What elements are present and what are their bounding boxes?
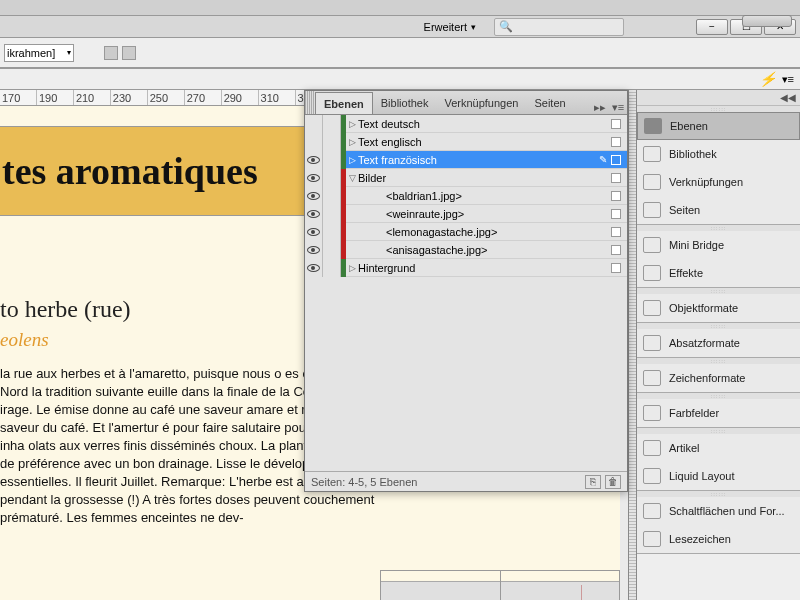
- dock-item-lesezeichen[interactable]: Lesezeichen: [637, 525, 800, 553]
- lightning-icon[interactable]: ⚡: [759, 71, 776, 87]
- select-square[interactable]: [611, 155, 621, 165]
- dock-item-bibliothek[interactable]: Bibliothek: [637, 140, 800, 168]
- visibility-toggle[interactable]: [305, 115, 323, 133]
- select-square[interactable]: [611, 227, 621, 237]
- lock-toggle[interactable]: [323, 133, 341, 151]
- layer-row[interactable]: ▽Bilder: [305, 169, 627, 187]
- panel-tab-verknüpfungen[interactable]: Verknüpfungen: [436, 92, 526, 114]
- select-square[interactable]: [611, 173, 621, 183]
- chevron-down-icon: ▾: [67, 48, 71, 57]
- workspace-switcher[interactable]: Erweitert ▾: [414, 19, 486, 35]
- restore-icon[interactable]: [742, 15, 792, 27]
- select-square[interactable]: [611, 191, 621, 201]
- expand-toggle[interactable]: ▷: [346, 263, 358, 273]
- lock-toggle[interactable]: [323, 187, 341, 205]
- panel-tab-ebenen[interactable]: Ebenen: [315, 92, 373, 114]
- dock-group: ::::::Objektformate: [637, 288, 800, 323]
- layer-row[interactable]: <anisagastache.jpg>: [305, 241, 627, 259]
- frame-selector[interactable]: ikrahmen] ▾: [4, 44, 74, 62]
- select-square[interactable]: [611, 119, 621, 129]
- lock-toggle[interactable]: [323, 169, 341, 187]
- ruler-tick: 170: [0, 90, 37, 105]
- dock-item-effekte[interactable]: Effekte: [637, 259, 800, 287]
- dock-group: ::::::Farbfelder: [637, 393, 800, 428]
- dock-group: ::::::EbenenBibliothekVerknüpfungenSeite…: [637, 106, 800, 225]
- menu-icon[interactable]: ▾≡: [782, 73, 794, 86]
- layer-row[interactable]: <lemonagastache.jpg>: [305, 223, 627, 241]
- search-input[interactable]: 🔍: [494, 18, 624, 36]
- visibility-toggle[interactable]: [305, 241, 323, 259]
- delete-layer-button[interactable]: 🗑: [605, 475, 621, 489]
- eye-icon: [307, 156, 320, 164]
- eye-icon: [307, 246, 320, 254]
- visibility-toggle[interactable]: [305, 205, 323, 223]
- dock-item-seiten[interactable]: Seiten: [637, 196, 800, 224]
- layer-name: Text französisch: [358, 154, 599, 166]
- minimize-button[interactable]: −: [696, 19, 728, 35]
- layer-row[interactable]: ▷Text deutsch: [305, 115, 627, 133]
- layer-row[interactable]: <baldrian1.jpg>: [305, 187, 627, 205]
- layer-name: Text englisch: [358, 136, 611, 148]
- tool-icon[interactable]: [122, 46, 136, 60]
- panel-collapse-icon[interactable]: ▸▸: [591, 101, 609, 114]
- new-layer-button[interactable]: ⎘: [585, 475, 601, 489]
- dock-item-zeichenformate[interactable]: Zeichenformate: [637, 364, 800, 392]
- tool-icon[interactable]: [104, 46, 118, 60]
- dock-collapse-strip[interactable]: [628, 90, 636, 600]
- expand-toggle[interactable]: ▽: [346, 173, 358, 183]
- layer-row[interactable]: ▷Text französisch✎: [305, 151, 627, 169]
- visibility-toggle[interactable]: [305, 133, 323, 151]
- panel-icon: [643, 174, 661, 190]
- panel-tab-seiten[interactable]: Seiten: [526, 92, 573, 114]
- lock-toggle[interactable]: [323, 205, 341, 223]
- dock-label: Seiten: [669, 204, 700, 216]
- visibility-toggle[interactable]: [305, 223, 323, 241]
- lock-toggle[interactable]: [323, 223, 341, 241]
- panel-menu-icon[interactable]: ▾≡: [609, 101, 627, 114]
- visibility-toggle[interactable]: [305, 169, 323, 187]
- visibility-toggle[interactable]: [305, 259, 323, 277]
- layer-row[interactable]: ▷Text englisch: [305, 133, 627, 151]
- dock-item-mini-bridge[interactable]: Mini Bridge: [637, 231, 800, 259]
- layer-name: <anisagastache.jpg>: [358, 244, 611, 256]
- select-square[interactable]: [611, 245, 621, 255]
- dock-label: Bibliothek: [669, 148, 717, 160]
- dock-item-artikel[interactable]: Artikel: [637, 434, 800, 462]
- visibility-toggle[interactable]: [305, 187, 323, 205]
- select-square[interactable]: [611, 263, 621, 273]
- panel-icon: [644, 118, 662, 134]
- expand-toggle[interactable]: ▷: [346, 155, 358, 165]
- panel-icon: [643, 335, 661, 351]
- dock-group: ::::::Mini BridgeEffekte: [637, 225, 800, 288]
- lock-toggle[interactable]: [323, 259, 341, 277]
- dock-label: Objektformate: [669, 302, 738, 314]
- header-row: Erweitert ▾ 🔍 − ☐ ✕: [0, 16, 800, 38]
- lock-toggle[interactable]: [323, 151, 341, 169]
- eye-icon: [307, 174, 320, 182]
- dock-item-schaltfl-chen-und-for---[interactable]: Schaltflächen und For...: [637, 497, 800, 525]
- visibility-toggle[interactable]: [305, 151, 323, 169]
- panel-footer: Seiten: 4-5, 5 Ebenen ⎘ 🗑: [305, 471, 627, 491]
- layer-row[interactable]: <weinraute.jpg>: [305, 205, 627, 223]
- lock-toggle[interactable]: [323, 241, 341, 259]
- layer-color: [341, 223, 346, 241]
- dock-handle[interactable]: ◀◀: [637, 90, 800, 106]
- panel-grip[interactable]: [305, 91, 315, 114]
- layer-row[interactable]: ▷Hintergrund: [305, 259, 627, 277]
- layer-name: <lemonagastache.jpg>: [358, 226, 611, 238]
- dock-label: Liquid Layout: [669, 470, 734, 482]
- dock-item-liquid-layout[interactable]: Liquid Layout: [637, 462, 800, 490]
- dock-item-absatzformate[interactable]: Absatzformate: [637, 329, 800, 357]
- panel-tab-bibliothek[interactable]: Bibliothek: [373, 92, 437, 114]
- dock-item-ebenen[interactable]: Ebenen: [637, 112, 800, 140]
- expand-toggle[interactable]: ▷: [346, 137, 358, 147]
- dock-item-objektformate[interactable]: Objektformate: [637, 294, 800, 322]
- dock-item-verkn-pfungen[interactable]: Verknüpfungen: [637, 168, 800, 196]
- expand-toggle[interactable]: ▷: [346, 119, 358, 129]
- dock-item-farbfelder[interactable]: Farbfelder: [637, 399, 800, 427]
- select-square[interactable]: [611, 137, 621, 147]
- control-strip: ikrahmen] ▾: [0, 38, 800, 68]
- select-square[interactable]: [611, 209, 621, 219]
- dock-label: Absatzformate: [669, 337, 740, 349]
- lock-toggle[interactable]: [323, 115, 341, 133]
